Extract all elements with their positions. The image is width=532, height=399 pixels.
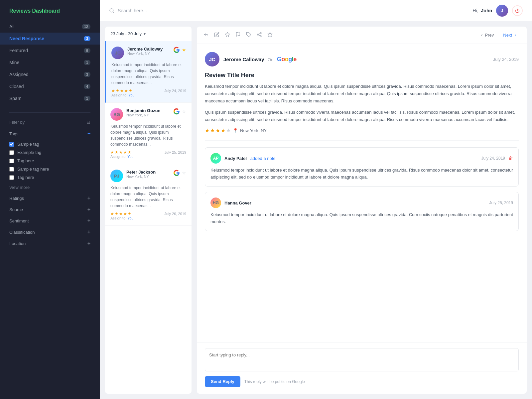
header-bar: Search here... Hi, John J bbox=[100, 0, 532, 21]
reply-toolbar-icon[interactable] bbox=[203, 32, 209, 39]
tags-collapse-icon: − bbox=[87, 131, 90, 137]
detail-reviewer-avatar: JC bbox=[205, 52, 219, 66]
star-badge-benjamin: ☆ bbox=[182, 109, 186, 114]
user-avatar[interactable]: J bbox=[496, 5, 508, 17]
sidebar-item-spam[interactable]: Spam 1 bbox=[0, 92, 100, 104]
tag-checkbox-sample-here[interactable] bbox=[9, 167, 14, 172]
public-notice-text: This reply will be public on Google bbox=[244, 379, 305, 384]
assign-peter: Assign to: You bbox=[110, 216, 186, 220]
reply-area: Send Reply This reply will be public on … bbox=[197, 342, 527, 394]
star-toolbar-icon[interactable] bbox=[225, 32, 230, 39]
tag-checkbox-tag-here[interactable] bbox=[9, 159, 14, 163]
tags-section-header[interactable]: Tags − bbox=[0, 127, 100, 139]
sidebar-item-closed[interactable]: Closed 4 bbox=[0, 80, 100, 92]
stars-jerome: ★★★★★ bbox=[111, 88, 132, 93]
svg-point-6 bbox=[260, 32, 261, 34]
detail-toolbar: Prev Next bbox=[197, 27, 527, 44]
tag-item-tag-here[interactable]: Tag here bbox=[9, 157, 90, 165]
svg-point-8 bbox=[260, 35, 261, 37]
star-badge-jerome: ★ bbox=[182, 47, 186, 53]
power-icon bbox=[515, 8, 520, 13]
header-right: Hi, John J bbox=[473, 5, 523, 17]
power-button[interactable] bbox=[512, 5, 523, 16]
classification-expand-icon: + bbox=[87, 229, 90, 235]
next-button[interactable]: Next bbox=[500, 31, 520, 39]
share-toolbar-icon[interactable] bbox=[257, 32, 262, 39]
send-reply-button[interactable]: Send Reply bbox=[205, 376, 240, 387]
response-author: HG Hanna Gover bbox=[210, 198, 251, 208]
assign-jerome: Assign to: You bbox=[111, 93, 186, 97]
prev-button[interactable]: Prev bbox=[477, 31, 497, 39]
tag-item-tag-here-2[interactable]: Tag here bbox=[9, 173, 90, 182]
review-title: Review Title Here bbox=[205, 72, 519, 79]
ratings-section-header[interactable]: Ratings + bbox=[0, 192, 100, 203]
reviewer-info-benjamin: Benjamin Gozun New York, NY bbox=[126, 108, 170, 117]
app-logo: Reviews Dashboard bbox=[0, 0, 100, 21]
date-range[interactable]: 23 July - 30 July ▾ bbox=[110, 31, 146, 36]
sidebar-navigation: All 12 Need Response 3 Featured 9 Mine 1… bbox=[0, 21, 100, 110]
sidebar-item-need-response[interactable]: Need Response 3 bbox=[0, 33, 100, 45]
filter-icon: ⊟ bbox=[86, 119, 90, 125]
search-area: Search here... bbox=[109, 8, 147, 13]
source-section-header[interactable]: Source + bbox=[0, 203, 100, 214]
google-brand-logo: Google bbox=[277, 56, 297, 63]
ratings-expand-icon: + bbox=[87, 195, 90, 201]
svg-point-7 bbox=[257, 34, 259, 35]
sidebar-item-assigned[interactable]: Assigned 3 bbox=[0, 68, 100, 80]
tag-item-sample-here[interactable]: Sample tag here bbox=[9, 165, 90, 173]
sidebar-item-featured[interactable]: Featured 9 bbox=[0, 45, 100, 57]
review-list-panel: 23 July - 30 July ▾ JC Jerome Calloway N… bbox=[105, 27, 192, 394]
brand-label: Reviews bbox=[9, 8, 31, 14]
sidebar-item-mine[interactable]: Mine 1 bbox=[0, 57, 100, 68]
bookmark-toolbar-icon[interactable] bbox=[267, 32, 273, 39]
sentiment-expand-icon: + bbox=[87, 218, 90, 224]
review-card-benjamin[interactable]: BG Benjamin Gozun New York, NY bbox=[105, 103, 192, 164]
brand-highlight: Dashboard bbox=[32, 8, 60, 14]
tag-checkbox-example[interactable] bbox=[9, 150, 14, 155]
response-card: HG Hanna Gover July 25, 2019 Keiusmod te… bbox=[205, 192, 519, 231]
main-content: Search here... Hi, John J bbox=[100, 0, 532, 399]
added-note-link[interactable]: added a note bbox=[250, 156, 276, 161]
panels-container: 23 July - 30 July ▾ JC Jerome Calloway N… bbox=[100, 21, 532, 399]
tag-item-example[interactable]: Example tag bbox=[9, 148, 90, 157]
search-placeholder-text[interactable]: Search here... bbox=[118, 8, 147, 13]
reviewer-info-peter: Peter Jackson New York, NY bbox=[126, 170, 170, 179]
flag-toolbar-icon[interactable] bbox=[235, 32, 241, 39]
svg-line-10 bbox=[259, 33, 260, 34]
review-card-peter[interactable]: PJ Peter Jackson New York, NY bbox=[105, 164, 192, 226]
stars-peter: ★★★★★ bbox=[110, 211, 131, 216]
tag-toolbar-icon[interactable] bbox=[246, 32, 251, 39]
tags-view-more[interactable]: View more bbox=[0, 183, 100, 192]
card-icons-jerome: ★ bbox=[173, 47, 186, 53]
classification-section-header[interactable]: Classification + bbox=[0, 226, 100, 237]
reviewer-avatar-jerome: JC bbox=[111, 47, 124, 59]
detail-content: JC Jerome Calloway On Google July 24, 20… bbox=[197, 44, 527, 342]
note-author-info: Andy Patel added a note bbox=[224, 155, 276, 161]
tag-checkbox-tag-here-2[interactable] bbox=[9, 175, 14, 180]
search-icon bbox=[109, 8, 114, 13]
review-card-jerome[interactable]: JC Jerome Calloway New York, NY bbox=[105, 41, 192, 103]
sidebar-item-all[interactable]: All 12 bbox=[0, 21, 100, 33]
reply-textarea[interactable] bbox=[205, 348, 519, 371]
reviewer-avatar-peter: PJ bbox=[110, 170, 123, 182]
location-pin-icon: 📍 bbox=[233, 128, 238, 133]
google-icon-jerome bbox=[173, 47, 180, 53]
location-section-header[interactable]: Location + bbox=[0, 237, 100, 248]
toolbar-actions bbox=[203, 32, 273, 39]
note-avatar: AP bbox=[210, 153, 221, 164]
edit-toolbar-icon[interactable] bbox=[214, 32, 219, 39]
reviewer-info-jerome: Jerome Calloway New York, NY bbox=[127, 47, 170, 56]
note-delete-button[interactable]: 🗑 bbox=[508, 156, 513, 161]
tags-list: Sample tag Example tag Tag here Sample t… bbox=[0, 139, 100, 183]
response-avatar: HG bbox=[210, 198, 221, 208]
assign-benjamin: Assign to: You bbox=[110, 155, 186, 159]
sentiment-section-header[interactable]: Sentiment + bbox=[0, 214, 100, 226]
tag-item-sample[interactable]: Sample tag bbox=[9, 140, 90, 148]
svg-marker-11 bbox=[268, 32, 272, 37]
tag-checkbox-sample[interactable] bbox=[9, 142, 14, 147]
svg-line-1 bbox=[113, 12, 114, 13]
date-filter-bar: 23 July - 30 July ▾ bbox=[105, 27, 192, 41]
svg-marker-3 bbox=[225, 32, 229, 37]
review-list: JC Jerome Calloway New York, NY bbox=[105, 41, 192, 394]
reply-actions: Send Reply This reply will be public on … bbox=[205, 376, 519, 387]
